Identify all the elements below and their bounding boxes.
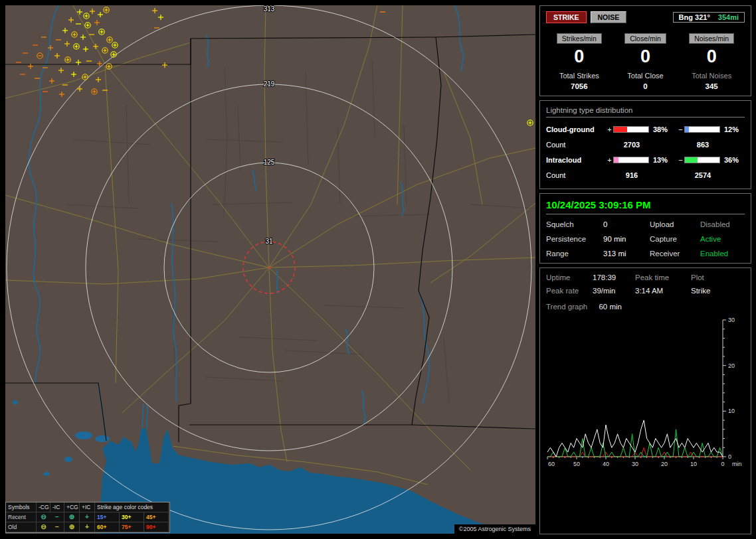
intracloud-row: Intracloud + 13% − 36% bbox=[546, 153, 745, 168]
plot-value: Strike bbox=[691, 287, 745, 295]
ring-label-219: 219 bbox=[264, 80, 275, 88]
range-label: Range bbox=[546, 250, 603, 258]
cg-plus-percent: 38% bbox=[650, 125, 677, 133]
cloud-ground-count-row: Count 2703 863 bbox=[546, 137, 745, 153]
persistence-label: Persistence bbox=[546, 235, 603, 243]
trend-graph-label: Trend graph bbox=[546, 303, 587, 311]
svg-text:40: 40 bbox=[603, 461, 609, 467]
minus-sign: − bbox=[677, 125, 684, 133]
strikes-per-min-value: 0 bbox=[546, 47, 613, 67]
range-value: 313 mi bbox=[603, 250, 650, 258]
circle-plus-icon: ⊕ bbox=[64, 512, 80, 522]
bearing-range: 354mi bbox=[718, 13, 739, 21]
trend-graph: 30201006050403020100min bbox=[546, 316, 745, 478]
noise-button[interactable]: NOISE bbox=[591, 11, 627, 23]
close-per-min-value: 0 bbox=[613, 47, 679, 67]
svg-text:10: 10 bbox=[690, 461, 697, 467]
total-strikes-label: Total Strikes bbox=[546, 72, 613, 80]
svg-text:0: 0 bbox=[728, 453, 731, 460]
count-label: Count bbox=[546, 141, 606, 149]
legend-col-neg-ic: -IC bbox=[50, 502, 64, 512]
squelch-label: Squelch bbox=[546, 220, 603, 228]
capture-label: Capture bbox=[650, 235, 700, 243]
cloud-ground-label: Cloud-ground bbox=[546, 125, 606, 133]
ring-label-31: 31 bbox=[265, 238, 273, 245]
svg-text:0: 0 bbox=[721, 461, 724, 467]
bearing-display: Bng 321° 354mi bbox=[673, 12, 745, 23]
counters-box: STRIKE NOISE Bng 321° 354mi Strikes/min … bbox=[539, 5, 751, 96]
trend-window-value: 60 min bbox=[599, 303, 622, 311]
receiver-center-marker bbox=[268, 266, 270, 268]
circle-minus-icon: ⊖ bbox=[37, 512, 50, 522]
circle-minus-icon: ⊖ bbox=[37, 522, 50, 532]
noises-counter: Noises/min 0 Total Noises 345 bbox=[678, 32, 745, 90]
legend-age-header: Strike age color codes bbox=[95, 502, 169, 512]
noises-per-min-value: 0 bbox=[678, 47, 745, 67]
intracloud-count-row: Count 916 2574 bbox=[546, 168, 745, 183]
ring-label-125: 125 bbox=[264, 159, 275, 166]
cg-plus-count: 2703 bbox=[613, 141, 650, 149]
copyright-text: ©2005 Astrogenic Systems bbox=[454, 524, 535, 534]
age-code-60: 60+ bbox=[95, 522, 120, 532]
lightning-map[interactable]: 31321912531 Symbols -CG -IC +CG +IC Stri… bbox=[5, 5, 535, 534]
age-code-30: 30+ bbox=[120, 512, 144, 522]
ring-label-313: 313 bbox=[264, 5, 275, 13]
legend-symbols-header: Symbols bbox=[6, 502, 37, 512]
svg-text:20: 20 bbox=[728, 362, 735, 368]
app-window: 31321912531 Symbols -CG -IC +CG +IC Stri… bbox=[0, 0, 756, 539]
age-code-75: 75+ bbox=[120, 522, 144, 532]
cloud-ground-row: Cloud-ground + 38% − 12% bbox=[546, 122, 745, 137]
plot-label: Plot bbox=[691, 273, 745, 281]
map-legend: Symbols -CG -IC +CG +IC Strike age color… bbox=[5, 502, 170, 533]
svg-text:10: 10 bbox=[728, 408, 735, 414]
peak-rate-label: Peak rate bbox=[546, 287, 593, 295]
receiver-value: Enabled bbox=[700, 250, 745, 258]
noises-per-min-chip: Noises/min bbox=[689, 33, 734, 44]
plus-icon: + bbox=[80, 522, 95, 532]
persistence-value: 90 min bbox=[603, 235, 650, 243]
distribution-box: Lightning type distribution Cloud-ground… bbox=[539, 100, 751, 189]
control-panel: STRIKE NOISE Bng 321° 354mi Strikes/min … bbox=[539, 5, 751, 534]
peak-rate-value: 39/min bbox=[593, 287, 635, 295]
receiver-label: Receiver bbox=[650, 250, 700, 258]
plus-sign: + bbox=[606, 125, 613, 133]
intracloud-label: Intracloud bbox=[546, 156, 606, 164]
map-canvas[interactable]: 31321912531 bbox=[5, 5, 535, 534]
ic-minus-bar bbox=[684, 157, 720, 163]
ic-plus-count: 916 bbox=[613, 171, 650, 179]
legend-row-old-label: Old bbox=[6, 522, 37, 532]
status-box: 10/24/2025 3:09:16 PM Squelch 0 Upload D… bbox=[539, 193, 751, 264]
cg-minus-count: 863 bbox=[684, 141, 721, 149]
close-counter: Close/min 0 Total Close 0 bbox=[613, 32, 679, 90]
legend-col-neg-cg: -CG bbox=[37, 502, 50, 512]
peak-time-label: Peak time bbox=[635, 273, 691, 281]
legend-row-recent-label: Recent bbox=[6, 512, 37, 522]
svg-text:50: 50 bbox=[573, 461, 580, 467]
cg-minus-percent: 12% bbox=[721, 125, 745, 133]
strikes-counter: Strikes/min 0 Total Strikes 7056 bbox=[546, 32, 613, 90]
age-code-90: 90+ bbox=[144, 522, 169, 532]
datetime-display: 10/24/2025 3:09:16 PM bbox=[546, 199, 745, 214]
ic-plus-bar bbox=[613, 157, 649, 163]
circle-plus-icon: ⊕ bbox=[64, 522, 80, 532]
legend-col-pos-cg: +CG bbox=[64, 502, 80, 512]
minus-icon: − bbox=[50, 512, 64, 522]
total-noises-label: Total Noises bbox=[678, 72, 745, 80]
ic-minus-count: 2574 bbox=[684, 171, 721, 179]
upload-value: Disabled bbox=[700, 220, 745, 228]
cg-minus-bar bbox=[684, 126, 720, 133]
age-code-45: 45+ bbox=[144, 512, 169, 522]
total-close-value: 0 bbox=[613, 82, 679, 90]
svg-text:60: 60 bbox=[548, 461, 555, 467]
legend-col-pos-ic: +IC bbox=[80, 502, 95, 512]
strike-button[interactable]: STRIKE bbox=[546, 11, 587, 23]
svg-text:30: 30 bbox=[728, 317, 735, 323]
plus-icon: + bbox=[80, 512, 95, 522]
svg-text:20: 20 bbox=[661, 461, 668, 467]
svg-text:30: 30 bbox=[632, 461, 638, 467]
ic-plus-percent: 13% bbox=[650, 156, 677, 164]
total-noises-value: 345 bbox=[678, 82, 745, 90]
minus-sign: − bbox=[677, 156, 684, 164]
trend-x-unit: min bbox=[732, 461, 742, 467]
age-code-15: 15+ bbox=[95, 512, 120, 522]
